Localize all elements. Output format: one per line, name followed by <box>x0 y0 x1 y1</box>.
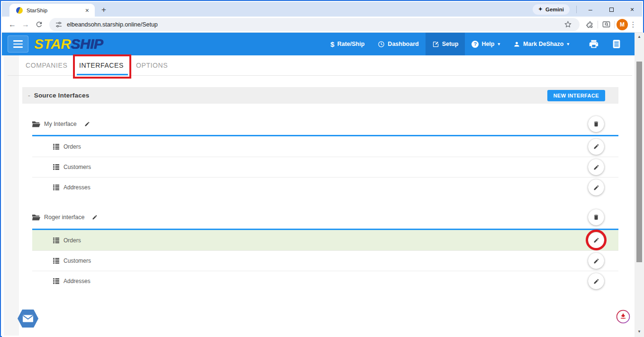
gemini-button[interactable]: ✦ Gemini <box>533 4 570 15</box>
folder-icon <box>32 121 40 127</box>
extensions-button[interactable] <box>583 20 596 29</box>
url-text[interactable]: elbeandsohn.starship.online/Setup <box>67 21 557 28</box>
list-item-addresses[interactable]: Addresses <box>32 177 618 197</box>
maximize-button[interactable] <box>604 6 618 13</box>
scroll-down-icon[interactable]: ▼ <box>635 329 644 334</box>
list-item-customers[interactable]: Customers <box>32 250 618 271</box>
tab-close-icon[interactable]: × <box>83 7 91 14</box>
browser-menu-button[interactable]: ⋮ <box>628 20 638 29</box>
pencil-icon <box>593 164 599 170</box>
nav-help[interactable]: ? Help ▾ <box>465 33 507 55</box>
browser-tab-title: StarShip <box>27 8 83 13</box>
annotation-box-interfaces <box>73 54 131 79</box>
item-label: Orders <box>63 237 81 244</box>
nav-label: Setup <box>442 41 459 47</box>
list-item-customers[interactable]: Customers <box>32 157 618 177</box>
minimize-button[interactable]: – <box>583 6 598 13</box>
starship-logo: STARSHIP <box>34 36 103 52</box>
toolbar-divider <box>614 21 615 28</box>
scrollbar-thumb[interactable] <box>636 62 642 262</box>
nav-rate-ship[interactable]: $ Rate/Ship <box>324 33 371 55</box>
nav-label: Dashboard <box>388 41 418 47</box>
address-bar[interactable]: elbeandsohn.starship.online/Setup <box>49 18 580 31</box>
nav-dashboard[interactable]: Dashboard <box>371 33 425 55</box>
item-label: Addresses <box>63 278 91 284</box>
table-icon <box>53 238 59 243</box>
maximize-icon <box>609 8 614 12</box>
nav-setup[interactable]: Setup <box>426 33 465 55</box>
puzzle-icon <box>585 20 594 29</box>
main-nav: $ Rate/Ship Dashboard Setup ? Help ▾ Mar… <box>324 33 635 55</box>
setup-page: COMPANIES INTERFACES OPTIONS - Source In… <box>2 55 635 337</box>
table-icon <box>53 185 59 190</box>
window-close-button[interactable]: × <box>625 6 639 13</box>
pencil-icon <box>593 185 599 191</box>
help-icon: ? <box>472 41 479 48</box>
nav-label: Rate/Ship <box>337 41 365 47</box>
folder-row-my-interface: My Interface <box>32 113 618 135</box>
app-header: STARSHIP $ Rate/Ship Dashboard Setup ? H… <box>2 33 635 55</box>
side-panel-button[interactable] <box>600 20 612 29</box>
table-icon <box>53 144 59 150</box>
gemini-label: Gemini <box>545 7 564 12</box>
page-scrollbar[interactable]: ▲ ▼ <box>635 33 644 337</box>
chat-widget-button[interactable] <box>17 309 39 330</box>
edit-item-button[interactable] <box>588 253 604 269</box>
left-gutter <box>4 55 19 336</box>
rename-folder-button[interactable] <box>84 121 90 127</box>
pencil-icon <box>593 258 599 264</box>
item-label: Addresses <box>63 184 91 191</box>
interface-group-list: My Interface Orders Customers <box>32 55 618 337</box>
acrobat-icon <box>616 310 630 324</box>
list-item-orders[interactable]: Orders <box>32 136 618 157</box>
printer-icon <box>589 39 599 49</box>
browser-tab-strip: StarShip × + ✦ Gemini – × <box>2 2 642 17</box>
reload-icon <box>35 20 43 28</box>
notepad-icon <box>611 39 622 49</box>
strip-divider <box>576 6 577 13</box>
edit-item-button[interactable] <box>588 273 604 289</box>
item-label: Customers <box>63 164 91 170</box>
browser-window: StarShip × + ✦ Gemini – × ← → elbeandsoh… <box>0 0 644 337</box>
nav-label: Mark DeShazo <box>523 41 563 47</box>
edit-item-button[interactable] <box>588 179 604 195</box>
delete-folder-button[interactable] <box>588 116 604 132</box>
print-button[interactable] <box>582 33 605 55</box>
notes-button[interactable] <box>605 33 628 55</box>
pencil-icon <box>593 278 599 284</box>
trash-icon <box>593 121 599 127</box>
setup-icon <box>432 41 439 48</box>
dashboard-icon <box>378 41 385 48</box>
pencil-icon <box>84 121 90 127</box>
annotation-circle-edit <box>586 230 607 250</box>
scroll-up-icon[interactable]: ▲ <box>635 35 644 39</box>
edit-item-button[interactable] <box>588 159 604 175</box>
rename-folder-button[interactable] <box>92 214 98 220</box>
table-icon <box>53 278 59 284</box>
item-label: Orders <box>63 143 81 150</box>
browser-tab-starship[interactable]: StarShip × <box>9 4 95 17</box>
forward-button[interactable]: → <box>19 20 32 29</box>
bookmark-star-button[interactable] <box>562 20 574 28</box>
profile-avatar[interactable]: M <box>617 19 628 30</box>
dollar-icon: $ <box>330 40 334 48</box>
list-item-orders-highlighted[interactable]: Orders <box>32 230 618 250</box>
pdf-reader-button[interactable] <box>616 310 630 326</box>
collapse-icon[interactable]: - <box>28 92 30 99</box>
reload-button[interactable] <box>32 20 45 28</box>
edit-item-button[interactable] <box>588 139 604 155</box>
logo-star: STAR <box>34 36 71 52</box>
nav-user-menu[interactable]: Mark DeShazo ▾ <box>507 33 576 55</box>
hamburger-menu-button[interactable] <box>8 35 28 53</box>
browser-toolbar: ← → elbeandsohn.starship.online/Setup M … <box>2 17 642 33</box>
new-tab-button[interactable]: + <box>101 4 106 16</box>
folder-row-roger-interface: Roger interface <box>32 206 618 229</box>
back-button[interactable]: ← <box>6 20 19 29</box>
gemini-spark-icon: ✦ <box>538 6 543 12</box>
nav-label: Help <box>481 41 494 47</box>
starship-favicon-icon <box>16 7 23 14</box>
delete-folder-button[interactable] <box>588 209 604 225</box>
site-info-icon[interactable] <box>55 21 63 28</box>
folder-icon <box>32 214 40 221</box>
list-item-addresses[interactable]: Addresses <box>32 271 618 291</box>
